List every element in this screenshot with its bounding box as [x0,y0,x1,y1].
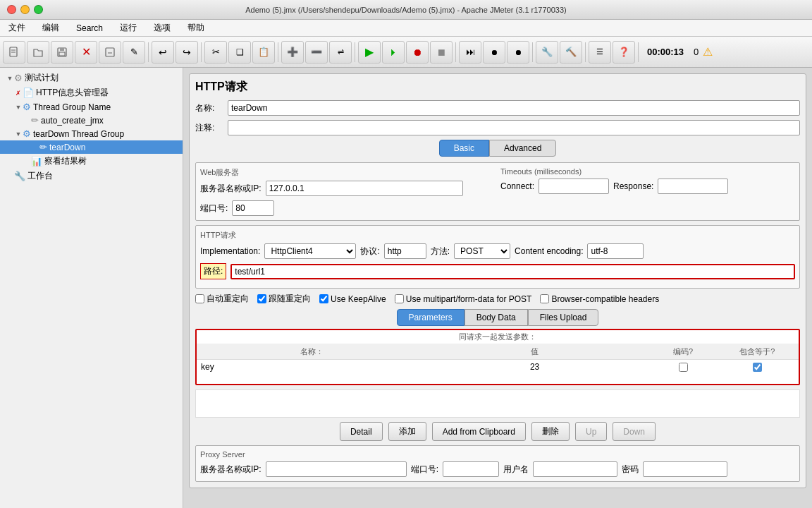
down-button[interactable]: Down [613,422,656,441]
menu-file[interactable]: 文件 [6,20,28,35]
param-include-checkbox[interactable] [753,363,762,372]
http-request-panel: HTTP请求 名称: 注释: Basic Advanced Web服务器 [189,73,806,488]
tab-parameters[interactable]: Parameters [397,309,465,326]
toolbar-cut[interactable]: ✂ [204,41,227,64]
add-clipboard-button[interactable]: Add from Clipboard [432,422,526,441]
table-row[interactable]: key 23 [197,360,799,374]
browser-headers-input[interactable] [540,294,549,303]
sidebar-item-label: HTTP信息头管理器 [36,87,109,99]
sidebar-item-http-header[interactable]: ✗ 📄 HTTP信息头管理器 [0,85,183,100]
toolbar-list[interactable]: ☰ [589,41,611,64]
sidebar-item-thread-group-name[interactable]: ▼ ⚙ Thread Group Name [0,100,183,114]
sidebar-item-teardown-group[interactable]: ▼ ⚙ tearDown Thread Group [0,127,183,140]
path-input[interactable] [230,264,795,279]
menu-help[interactable]: 帮助 [185,20,207,35]
browser-headers-checkbox[interactable]: Browser-compatible headers [540,294,659,304]
sidebar-item-teardown[interactable]: ✏ tearDown [0,140,183,154]
toolbar-redo[interactable]: ↪ [176,41,198,64]
sidebar-item-test-plan[interactable]: ▼ ⚙ 测试计划 [0,71,183,85]
response-input[interactable] [658,179,728,194]
tab-basic[interactable]: Basic [439,140,489,157]
sidebar-item-label: tearDown [49,143,85,152]
param-encode-checkbox[interactable] [679,363,688,372]
svg-rect-5 [59,52,65,56]
minimize-button[interactable] [20,5,30,14]
window-controls [7,5,43,14]
close-button[interactable] [7,5,16,14]
name-label: 名称: [195,102,223,114]
proxy-server-input[interactable] [266,461,407,477]
proxy-password-input[interactable] [643,461,727,477]
port-input[interactable] [232,200,274,216]
menu-edit[interactable]: 编辑 [39,20,62,35]
multipart-input[interactable] [395,294,404,303]
toolbar-new[interactable] [3,41,25,64]
proxy-section-title: Proxy Server [200,450,795,459]
tab-files-upload[interactable]: Files Upload [528,309,599,326]
toolbar-edit[interactable]: ✎ [123,41,145,64]
toolbar-open[interactable] [27,41,49,64]
toolbar-record[interactable]: ⏺ [406,41,429,64]
add-button[interactable]: 添加 [388,422,426,441]
toolbar-stop[interactable]: ⏹ [430,41,453,64]
sidebar-item-label: auto_create_jmx [41,116,104,126]
keepalive-input[interactable] [319,294,328,303]
tab-body-data[interactable]: Body Data [465,309,528,326]
menu-run[interactable]: 运行 [117,20,140,35]
proxy-username-input[interactable] [533,461,617,477]
toolbar-help[interactable]: ❓ [613,41,635,64]
auto-redirect-checkbox[interactable]: 自动重定向 [195,293,249,305]
maximize-button[interactable] [34,5,43,14]
toolbar-copy[interactable]: ❑ [228,41,251,64]
toolbar-expand[interactable]: ➕ [281,41,304,64]
impl-label: Implementation: [200,246,260,256]
menu-search[interactable]: Search [73,22,106,35]
toolbar-collapse[interactable]: ➖ [305,41,328,64]
connect-input[interactable] [539,179,609,194]
timeout-row: Connect: Response: [500,179,795,194]
sidebar-item-result-tree[interactable]: 📊 察看结果树 [0,154,183,169]
delete-button[interactable]: 删除 [531,422,570,441]
protocol-input[interactable] [384,243,426,259]
name-row: 名称: [195,100,800,116]
tab-advanced[interactable]: Advanced [489,140,556,157]
toolbar-remote3[interactable]: ⏺ [507,41,529,64]
toolbar-paste[interactable]: 📋 [252,41,275,64]
multipart-checkbox[interactable]: Use multipart/form-data for POST [395,294,532,304]
name-input[interactable] [228,100,800,116]
path-label: 路径: [200,263,226,279]
toolbar-save[interactable] [51,41,73,64]
toolbar-remote-run[interactable]: ⏭ [459,41,481,64]
up-button[interactable]: Up [575,422,607,441]
sidebar-item-label: 察看结果树 [44,155,87,167]
follow-redirect-input[interactable] [257,294,266,303]
toolbar-stop-red[interactable]: ✕ [75,41,97,64]
toolbar-undo[interactable]: ↩ [152,41,174,64]
toolbar-clear2[interactable]: 🔨 [560,41,582,64]
sidebar-item-auto-create[interactable]: ✏ auto_create_jmx [0,114,183,127]
proxy-port-input[interactable] [443,461,499,477]
proxy-server-label: 服务器名称或IP: [200,464,262,476]
keepalive-checkbox[interactable]: Use KeepAlive [319,294,386,304]
sidebar-item-workbench[interactable]: 🔧 工作台 [0,169,183,183]
comment-input[interactable] [228,120,800,135]
toolbar-timer: 00:00:13 [641,47,689,57]
encoding-input[interactable] [587,243,644,259]
toolbar-run2[interactable]: ⏵ [382,41,405,64]
method-label: 方法: [431,246,450,258]
detail-button[interactable]: Detail [340,422,383,441]
server-input[interactable] [266,181,463,196]
follow-redirect-checkbox[interactable]: 跟随重定向 [257,293,311,305]
toolbar-save2[interactable] [99,41,121,64]
toolbar-run[interactable]: ▶ [358,41,381,64]
auto-redirect-input[interactable] [195,294,204,303]
toolbar-clear[interactable]: 🔧 [536,41,558,64]
toolbar-remote2[interactable]: ⏺ [483,41,505,64]
method-select[interactable]: POST GET PUT DELETE [454,243,510,259]
thread2-icon: ⚙ [23,128,31,139]
toolbar-separator-5 [455,42,456,62]
menu-options[interactable]: 选项 [151,20,173,35]
impl-select[interactable]: HttpClient4 [264,243,356,259]
toolbar-toggle[interactable]: ⇌ [329,41,352,64]
workbench-icon: 🔧 [14,171,25,181]
